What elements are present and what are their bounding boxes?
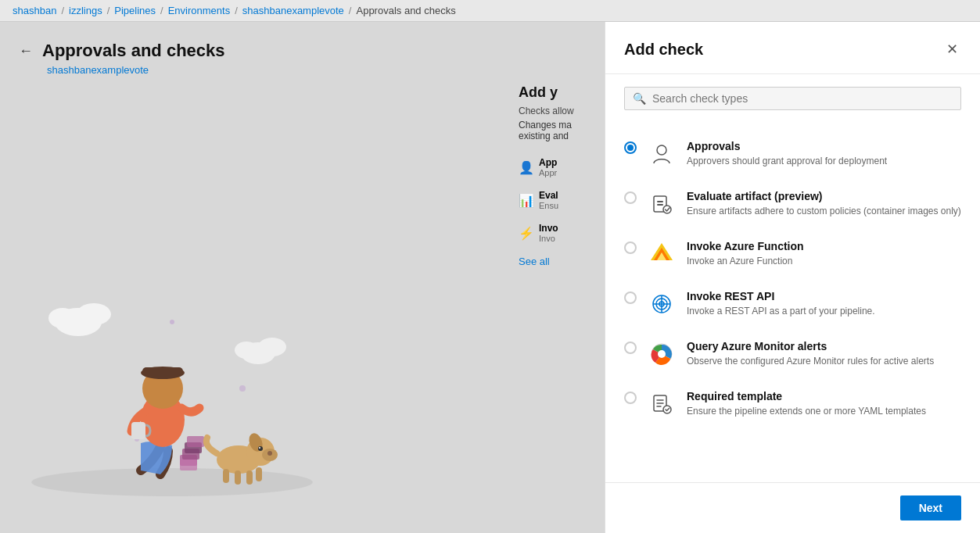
- svg-rect-18: [187, 436, 204, 447]
- evaluate-icon: [648, 190, 676, 218]
- overlay-item-2: ⚡ Invo Invo: [519, 223, 597, 243]
- approvals-icon: [648, 140, 676, 168]
- radio-template-indicator: [624, 392, 637, 404]
- check-item-approvals[interactable]: Approvals Approvers should grant approva…: [624, 129, 961, 179]
- breadcrumb-shashban[interactable]: shashban: [13, 5, 56, 16]
- radio-approvals-indicator: [624, 141, 637, 154]
- check-list: Approvals Approvers should grant approva…: [605, 123, 980, 482]
- check-item-template[interactable]: Required template Ensure the pipeline ex…: [624, 379, 961, 429]
- function-info: Invoke Azure Function Invoke an Azure Fu…: [687, 240, 961, 268]
- check-item-evaluate[interactable]: Evaluate artifact (preview) Ensure artif…: [624, 179, 961, 229]
- svg-rect-34: [657, 204, 663, 206]
- next-button[interactable]: Next: [900, 495, 961, 520]
- svg-point-26: [259, 447, 260, 449]
- overlay-changes-made: Changes ma: [519, 120, 597, 131]
- radio-function-indicator: [624, 241, 637, 254]
- svg-rect-13: [142, 367, 183, 375]
- page-header: ← Approvals and checks: [19, 41, 586, 61]
- svg-point-6: [235, 342, 258, 359]
- search-container: 🔍: [605, 74, 980, 123]
- overlay-item-1: 📊 Eval Ensu: [519, 190, 597, 210]
- svg-point-45: [658, 350, 666, 358]
- radio-approvals[interactable]: [624, 141, 637, 154]
- right-panel: Add check ✕ 🔍: [605, 22, 980, 533]
- template-icon: [648, 390, 676, 418]
- main-layout: ← Approvals and checks shashbanexamplevo…: [0, 22, 980, 533]
- breadcrumb-sep-3: /: [160, 5, 163, 16]
- check-item-monitor[interactable]: Query Azure Monitor alerts Observe the c…: [624, 329, 961, 379]
- svg-rect-27: [223, 469, 229, 483]
- search-icon: 🔍: [633, 92, 646, 105]
- monitor-desc: Observe the configured Azure Monitor rul…: [687, 355, 961, 368]
- check-item-function[interactable]: Invoke Azure Function Invoke an Azure Fu…: [624, 229, 961, 279]
- approvals-info: Approvals Approvers should grant approva…: [687, 140, 961, 168]
- monitor-icon: [648, 340, 676, 368]
- overlay-item-0: 👤 App Appr: [519, 157, 597, 177]
- overlay-existing: existing and: [519, 131, 597, 141]
- see-all-link[interactable]: See all: [519, 256, 597, 267]
- breadcrumb-sep-1: /: [61, 5, 64, 16]
- panel-footer: Next: [605, 482, 980, 533]
- svg-point-35: [663, 206, 671, 213]
- close-button[interactable]: ✕: [943, 38, 961, 61]
- radio-function[interactable]: [624, 241, 637, 254]
- illustration-area: [16, 252, 344, 502]
- breadcrumb-sep-2: /: [107, 5, 110, 16]
- approvals-desc: Approvers should grant approval for depl…: [687, 155, 961, 168]
- breadcrumb-sep-4: /: [235, 5, 238, 16]
- left-content: ← Approvals and checks shashbanexamplevo…: [0, 22, 605, 533]
- function-name: Invoke Azure Function: [687, 240, 961, 252]
- breadcrumb-pipelines[interactable]: Pipelines: [114, 5, 156, 16]
- overlay-item-0-label: App: [539, 157, 557, 168]
- overlay-check-items: 👤 App Appr 📊 Eval Ensu ⚡ In: [519, 157, 597, 243]
- svg-point-31: [657, 145, 666, 155]
- breadcrumb-example[interactable]: shashbanexamplevote: [242, 5, 344, 16]
- radio-monitor-indicator: [624, 342, 637, 354]
- breadcrumb-izzlings[interactable]: izzlings: [69, 5, 102, 16]
- overlay-item-0-sub: Appr: [539, 168, 557, 177]
- monitor-name: Query Azure Monitor alerts: [687, 340, 961, 352]
- breadcrumb-sep-5: /: [349, 5, 352, 16]
- evaluate-name: Evaluate artifact (preview): [687, 190, 961, 202]
- function-icon: [648, 240, 676, 268]
- svg-point-2: [77, 303, 111, 325]
- svg-rect-14: [131, 422, 145, 439]
- rest-icon: [648, 290, 676, 318]
- overlay-item-0-icon: 👤: [519, 160, 534, 175]
- overlay-content: Add y Checks allow Changes ma existing a…: [511, 69, 605, 283]
- svg-point-3: [48, 308, 77, 328]
- breadcrumb-environments[interactable]: Environments: [168, 5, 230, 16]
- radio-template[interactable]: [624, 392, 637, 404]
- radio-evaluate[interactable]: [624, 191, 637, 204]
- svg-point-5: [258, 338, 286, 356]
- page-title: Approvals and checks: [42, 41, 225, 61]
- overlay-item-2-icon: ⚡: [519, 226, 534, 241]
- radio-rest[interactable]: [624, 292, 637, 304]
- svg-point-23: [267, 451, 272, 456]
- radio-monitor[interactable]: [624, 342, 637, 354]
- approvals-name: Approvals: [687, 140, 961, 152]
- page-subtitle[interactable]: shashbanexamplevote: [47, 64, 586, 76]
- svg-rect-33: [657, 201, 663, 202]
- svg-rect-19: [180, 460, 197, 470]
- panel-header: Add check ✕: [605, 22, 980, 74]
- evaluate-info: Evaluate artifact (preview) Ensure artif…: [687, 190, 961, 218]
- function-desc: Invoke an Azure Function: [687, 255, 961, 268]
- svg-point-7: [170, 320, 174, 324]
- back-button[interactable]: ←: [19, 43, 33, 59]
- svg-rect-30: [256, 467, 262, 481]
- search-input[interactable]: [652, 92, 953, 105]
- check-item-rest[interactable]: Invoke REST API Invoke a REST API as a p…: [624, 279, 961, 329]
- radio-evaluate-indicator: [624, 191, 637, 204]
- overlay-item-1-label: Eval: [539, 190, 558, 201]
- overlay-item-2-label: Invo: [539, 223, 558, 234]
- overlay-add-title: Add y: [519, 84, 597, 101]
- panel-title: Add check: [624, 41, 703, 59]
- radio-rest-indicator: [624, 292, 637, 304]
- rest-name: Invoke REST API: [687, 290, 961, 302]
- rest-info: Invoke REST API Invoke a REST API as a p…: [687, 290, 961, 318]
- evaluate-desc: Ensure artifacts adhere to custom polici…: [687, 205, 961, 218]
- overlay-item-1-icon: 📊: [519, 193, 534, 208]
- svg-point-8: [239, 385, 246, 392]
- svg-point-25: [258, 446, 263, 451]
